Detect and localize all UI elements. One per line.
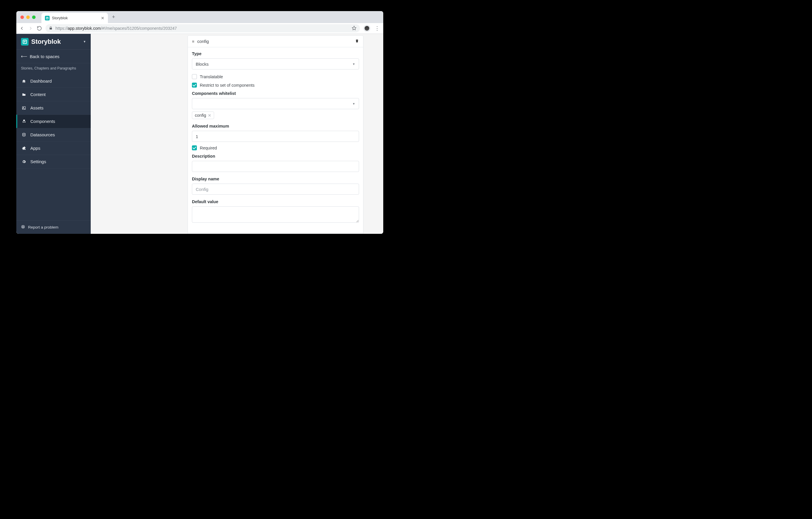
forward-button[interactable]: [28, 26, 33, 31]
max-label: Allowed maximum: [192, 124, 359, 129]
browser-tabbar: Storyblok ✕ +: [16, 11, 383, 23]
drag-handle-icon[interactable]: ≡: [192, 39, 194, 44]
profile-avatar[interactable]: [364, 25, 370, 32]
sidebar-item-content[interactable]: Content: [16, 88, 91, 101]
sidebar-item-label: Assets: [30, 105, 44, 110]
maximize-window-button[interactable]: [32, 16, 36, 19]
bookmark-icon[interactable]: [352, 26, 356, 31]
brand-caret-icon[interactable]: ▼: [83, 40, 86, 43]
svg-rect-1: [23, 40, 27, 44]
sidebar-item-label: Settings: [30, 159, 46, 164]
browser-window: Storyblok ✕ + https://app.storyblok.com/…: [16, 11, 383, 234]
default-label: Default value: [192, 199, 359, 204]
field-default-value: Default value: [192, 199, 359, 224]
delete-field-button[interactable]: [355, 39, 359, 44]
display-label: Display name: [192, 176, 359, 181]
panel-header: ≡ config: [188, 36, 363, 47]
restrict-label: Restrict to set of components: [200, 83, 255, 88]
database-icon: [22, 133, 26, 137]
lock-icon: [49, 26, 53, 31]
folder-icon: [22, 92, 26, 97]
svg-point-4: [23, 133, 25, 134]
field-description: Description: [192, 154, 359, 172]
arrow-left-icon: ⟵: [21, 54, 27, 59]
sidebar-item-settings[interactable]: Settings: [16, 155, 91, 168]
space-name: Stories, Chapters and Paragraphs: [16, 63, 91, 75]
chip-remove-icon[interactable]: ✕: [208, 113, 211, 118]
browser-tab[interactable]: Storyblok ✕: [41, 13, 108, 23]
checkbox-checked-icon: [192, 83, 197, 88]
svg-point-6: [23, 226, 24, 228]
browser-menu-icon[interactable]: ⋮: [374, 25, 380, 31]
chevron-down-icon: ▼: [352, 102, 355, 105]
whitelist-select[interactable]: ▼: [192, 98, 359, 109]
display-input[interactable]: [192, 184, 359, 195]
sidebar-item-label: Apps: [30, 146, 40, 151]
report-problem-link[interactable]: Report a problem: [16, 220, 91, 234]
translatable-checkbox[interactable]: Translatable: [192, 74, 359, 79]
sidebar-item-datasources[interactable]: Datasources: [16, 128, 91, 142]
image-icon: [22, 106, 26, 110]
sidebar: Storyblok ▼ ⟵ Back to spaces Stories, Ch…: [16, 34, 91, 234]
translatable-label: Translatable: [200, 75, 223, 79]
address-bar[interactable]: https://app.storyblok.com/#!/me/spaces/5…: [46, 24, 360, 32]
report-label: Report a problem: [28, 225, 58, 229]
required-label: Required: [200, 146, 217, 150]
field-type: Type Blocks ▼: [192, 51, 359, 70]
minimize-window-button[interactable]: [26, 16, 30, 19]
brand-logo-icon: [21, 38, 29, 46]
whitelist-label: Components whitelist: [192, 91, 359, 96]
chip-label: config: [195, 113, 206, 118]
puzzle-icon: [22, 146, 26, 150]
checkbox-checked-icon: [192, 145, 197, 150]
back-button[interactable]: [19, 26, 25, 31]
panel-title: config: [197, 39, 209, 44]
required-checkbox[interactable]: Required: [192, 145, 359, 150]
back-label: Back to spaces: [30, 54, 59, 59]
sidebar-item-dashboard[interactable]: Dashboard: [16, 75, 91, 88]
sidebar-item-label: Content: [30, 92, 46, 97]
url-text: https://app.storyblok.com/#!/me/spaces/5…: [55, 26, 349, 31]
restrict-checkbox[interactable]: Restrict to set of components: [192, 83, 359, 88]
whitelist-chip: config ✕: [192, 111, 214, 119]
type-value: Blocks: [196, 62, 208, 66]
reload-button[interactable]: [37, 26, 42, 31]
sidebar-item-label: Components: [30, 119, 55, 124]
checkbox-icon: [192, 74, 197, 79]
schema-field-panel: ≡ config Type Blocks ▼: [187, 35, 364, 234]
panel-body: Type Blocks ▼ Translatable Restrict to s…: [188, 47, 363, 224]
home-icon: [22, 79, 26, 83]
tab-close-icon[interactable]: ✕: [101, 16, 105, 21]
type-label: Type: [192, 51, 359, 56]
close-window-button[interactable]: [21, 16, 24, 19]
chevron-down-icon: ▼: [352, 62, 355, 66]
tab-favicon-icon: [45, 16, 50, 21]
app-body: Storyblok ▼ ⟵ Back to spaces Stories, Ch…: [16, 34, 383, 234]
sidebar-item-assets[interactable]: Assets: [16, 101, 91, 115]
description-input[interactable]: [192, 161, 359, 172]
default-textarea[interactable]: [192, 207, 359, 223]
max-input[interactable]: [192, 131, 359, 142]
field-whitelist: Components whitelist ▼ config ✕: [192, 91, 359, 119]
main-area: ≡ config Type Blocks ▼: [91, 34, 383, 234]
field-display-name: Display name: [192, 176, 359, 195]
gear-icon: [22, 160, 26, 164]
description-label: Description: [192, 154, 359, 159]
type-select[interactable]: Blocks ▼: [192, 58, 359, 70]
sidebar-item-label: Datasources: [30, 132, 55, 137]
tab-title: Storyblok: [52, 16, 98, 20]
back-to-spaces-link[interactable]: ⟵ Back to spaces: [16, 50, 91, 63]
cubes-icon: [22, 119, 26, 124]
field-max: Allowed maximum: [192, 124, 359, 142]
brand-name: Storyblok: [31, 38, 81, 46]
new-tab-button[interactable]: +: [112, 14, 115, 20]
sidebar-item-components[interactable]: Components: [16, 115, 91, 128]
window-controls: [21, 16, 36, 19]
sidebar-item-label: Dashboard: [30, 79, 52, 83]
lifebuoy-icon: [21, 225, 25, 230]
sidebar-nav: Dashboard Content Assets Components Data…: [16, 75, 91, 220]
sidebar-item-apps[interactable]: Apps: [16, 142, 91, 155]
brand-header[interactable]: Storyblok ▼: [16, 34, 91, 50]
browser-toolbar: https://app.storyblok.com/#!/me/spaces/5…: [16, 23, 383, 34]
